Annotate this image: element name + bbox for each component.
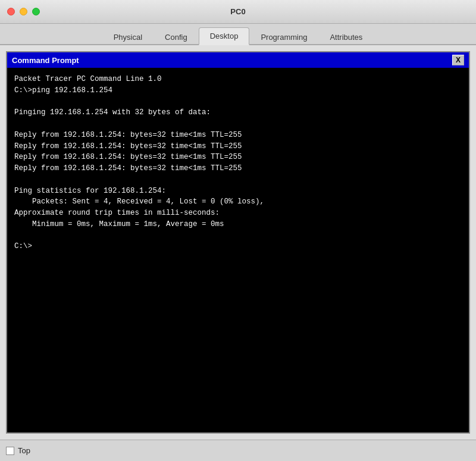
cmd-line [14,118,462,130]
tab-desktop[interactable]: Desktop [199,27,250,45]
bottom-bar: Top [0,440,476,461]
minimize-button[interactable] [20,8,27,15]
cmd-line: Reply from 192.168.1.254: bytes=32 time<… [14,152,462,163]
title-bar: PC0 [0,0,476,24]
cmd-line: Pinging 192.168.1.254 with 32 bytes of d… [14,107,462,118]
cmd-line: Reply from 192.168.1.254: bytes=32 time<… [14,141,462,152]
top-checkbox[interactable] [6,447,14,455]
cmd-line: Packets: Sent = 4, Received = 4, Lost = … [14,196,462,208]
command-prompt-window: Command Prompt X Packet Tracer PC Comman… [6,51,470,434]
cmd-line [14,96,462,108]
tab-bar: PhysicalConfigDesktopProgrammingAttribut… [0,24,476,45]
cmd-line: Reply from 192.168.1.254: bytes=32 time<… [14,163,462,174]
cmd-line: Packet Tracer PC Command Line 1.0 [14,74,462,85]
main-content: Command Prompt X Packet Tracer PC Comman… [0,45,476,440]
maximize-button[interactable] [32,8,40,15]
cmd-line [14,174,462,186]
cmd-close-button[interactable]: X [452,55,464,65]
window-controls [7,8,40,15]
tab-config[interactable]: Config [154,29,199,45]
cmd-line: Reply from 192.168.1.254: bytes=32 time<… [14,130,462,141]
cmd-titlebar: Command Prompt X [7,52,469,68]
cmd-line: C:\>ping 192.168.1.254 [14,85,462,96]
tab-attributes[interactable]: Attributes [318,29,374,45]
cmd-title: Command Prompt [12,56,79,65]
tab-programming[interactable]: Programming [249,29,318,45]
cmd-line: Minimum = 0ms, Maximum = 1ms, Average = … [14,219,462,230]
top-label: Top [18,446,30,455]
cmd-line: Ping statistics for 192.168.1.254: [14,186,462,197]
cmd-line: C:\> [14,241,462,252]
cmd-line: Approximate round trip times in milli-se… [14,208,462,219]
tab-physical[interactable]: Physical [102,29,154,45]
cmd-line [14,230,462,242]
cmd-body[interactable]: Packet Tracer PC Command Line 1.0C:\>pin… [7,68,469,432]
close-button[interactable] [7,8,15,15]
window-title: PC0 [230,7,245,16]
